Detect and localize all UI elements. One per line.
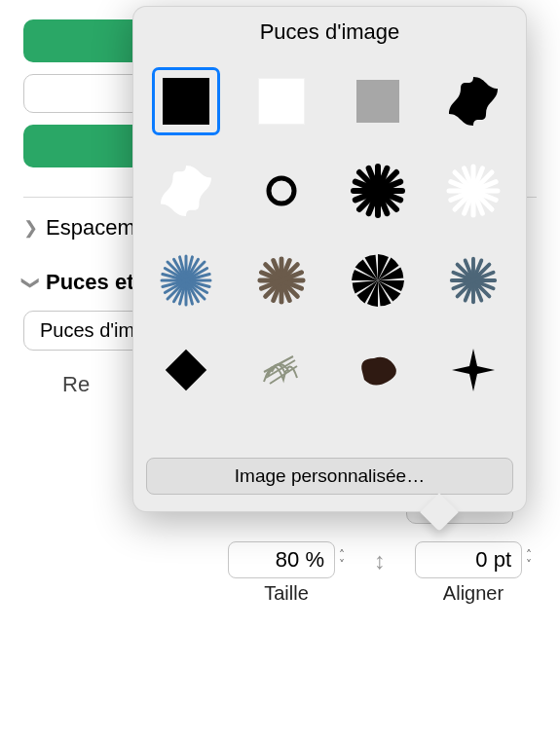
bullet-black-square[interactable] [155, 70, 217, 132]
bullet-bluegray-pinwheel[interactable] [442, 249, 504, 312]
bullet-sparkle[interactable] [442, 339, 504, 401]
blob-icon [355, 351, 401, 389]
ring-icon [264, 173, 299, 208]
square-icon [258, 78, 305, 125]
indent-label-partial: Re [62, 372, 90, 397]
align-value[interactable]: 0 pt [415, 541, 522, 578]
diamond-icon [166, 350, 206, 390]
align-label: Aligner [443, 582, 504, 605]
chevron-down-icon: ❯ [20, 276, 42, 290]
bullet-pinwheel[interactable] [347, 249, 409, 312]
bullet-partial-row[interactable] [250, 428, 313, 442]
starburst-icon [158, 252, 214, 309]
size-value[interactable]: 80 % [228, 541, 335, 578]
stepper-buttons[interactable]: ˄ ˅ [526, 550, 532, 570]
bullet-white-starburst[interactable] [442, 160, 504, 222]
chevron-right-icon: ❯ [23, 217, 38, 239]
chevron-down-icon[interactable]: ˅ [339, 560, 345, 570]
bullet-white-square[interactable] [250, 70, 313, 132]
bullet-gray-square[interactable] [347, 70, 409, 132]
align-stepper[interactable]: 0 pt ˄ ˅ [415, 541, 532, 578]
svg-point-11 [269, 178, 294, 204]
bullet-black-quatrefoil[interactable] [442, 70, 504, 132]
pinwheel-icon [446, 253, 501, 308]
quatrefoil-icon [447, 75, 500, 128]
stepper-buttons[interactable]: ˄ ˅ [339, 550, 345, 570]
quatrefoil-icon [159, 164, 213, 218]
bullet-grid [132, 53, 527, 442]
bullet-ring[interactable] [250, 160, 313, 222]
bullet-white-quatrefoil[interactable] [155, 160, 217, 222]
square-icon [163, 78, 209, 125]
bullet-black-starburst[interactable] [347, 160, 409, 222]
size-label: Taille [264, 582, 309, 605]
pinwheel-icon [350, 252, 406, 309]
image-bullets-popover: Puces d'image [132, 6, 527, 512]
bullet-brown-starburst[interactable] [250, 249, 313, 312]
sparkle-icon [450, 347, 497, 393]
chevron-down-icon[interactable]: ˅ [526, 560, 532, 570]
popover-title: Puces d'image [132, 6, 527, 53]
size-stepper[interactable]: 80 % ˄ ˅ [228, 541, 345, 578]
starburst-icon [445, 163, 502, 219]
scribble-icon [254, 343, 309, 397]
vertical-arrows-icon: ↕ [374, 547, 386, 605]
starburst-icon [254, 253, 309, 308]
bullet-scribble[interactable] [250, 339, 313, 401]
square-icon [356, 80, 399, 123]
bullet-brown-blob[interactable] [347, 339, 409, 401]
custom-image-button[interactable]: Image personnalisée… [146, 458, 513, 495]
bullet-blue-starburst[interactable] [155, 249, 217, 312]
bullet-black-diamond[interactable] [155, 339, 217, 401]
starburst-icon [350, 163, 406, 219]
